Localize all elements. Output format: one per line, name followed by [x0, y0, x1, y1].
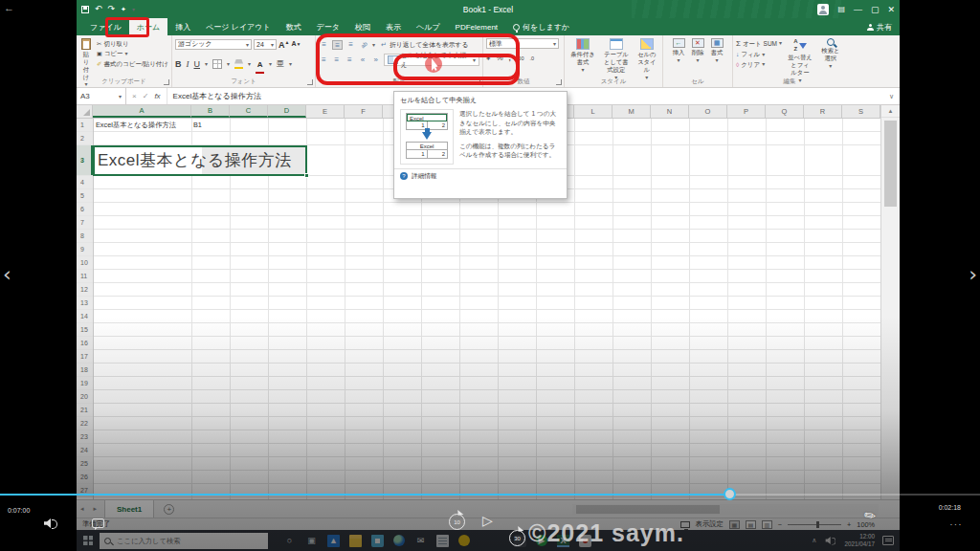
share-button[interactable]: 共有	[867, 18, 892, 35]
column-header[interactable]: R	[804, 105, 842, 118]
column-header[interactable]: P	[727, 105, 766, 118]
merge-dropdown-arrow[interactable]: ▾	[473, 56, 476, 63]
ribbon-tab[interactable]: ヘルプ	[409, 18, 448, 35]
row-header[interactable]: 16	[77, 337, 880, 350]
column-header[interactable]: O	[689, 105, 727, 118]
ribbon-tab[interactable]: PDFelement	[448, 18, 505, 35]
cortana-icon[interactable]: ○	[283, 535, 296, 547]
column-header[interactable]: E	[306, 105, 345, 118]
row-header[interactable]: 21	[77, 404, 880, 417]
edge-icon[interactable]	[393, 535, 405, 546]
mail-icon[interactable]: ✉	[414, 535, 427, 547]
yellow-app-icon[interactable]	[458, 535, 470, 546]
photos-icon[interactable]: ▲	[327, 535, 340, 547]
column-header[interactable]: B	[191, 105, 230, 118]
autosum-button[interactable]: Σオート SUM▾	[736, 39, 782, 49]
file-explorer-icon[interactable]	[349, 535, 362, 547]
tooltip-more-link[interactable]: ? 詳細情報	[394, 168, 567, 184]
font-color-icon[interactable]: A	[256, 54, 264, 74]
cell-styles-button[interactable]: セルのスタイル▾	[635, 38, 659, 81]
rewind-10-button[interactable]: 10	[449, 514, 465, 530]
orientation-icon[interactable]: ab	[357, 37, 371, 52]
copy-button[interactable]: ▣コピー▾	[97, 50, 168, 57]
vertical-scrollbar[interactable]: ▲	[880, 105, 900, 499]
format-as-table-button[interactable]: テーブルとして書式設定▾	[600, 38, 633, 81]
insert-function-icon[interactable]: fx	[154, 92, 160, 100]
row-header[interactable]: 13	[77, 297, 880, 310]
wrap-text-button[interactable]: ↵ 折り返して全体を表示する	[378, 38, 471, 51]
captions-button[interactable]	[92, 518, 104, 528]
close-button[interactable]: ✕	[887, 5, 895, 14]
task-view-icon[interactable]: ▣	[305, 535, 318, 547]
new-sheet-button[interactable]: +	[164, 504, 174, 515]
sheet-nav-arrows[interactable]: ◂ ▸	[80, 505, 100, 513]
ribbon-tab[interactable]: データ	[309, 18, 347, 35]
fill-handle[interactable]	[304, 173, 309, 178]
start-button[interactable]	[77, 530, 100, 551]
ribbon-tab[interactable]: ページ レイアウト	[198, 18, 278, 35]
cell-b1[interactable]: B1	[193, 119, 202, 132]
ribbon-tab[interactable]: 校閲	[347, 18, 378, 35]
align-middle-icon[interactable]: ≡	[332, 40, 343, 50]
row-header[interactable]: 6	[77, 203, 880, 216]
horizontal-scroll-thumb[interactable]	[576, 505, 720, 514]
name-box[interactable]: A3▾	[77, 88, 126, 104]
increase-decimal-icon[interactable]: .00	[517, 55, 524, 61]
row-header[interactable]: 10	[77, 256, 880, 270]
row-header[interactable]: 26	[77, 471, 880, 484]
ribbon-tab[interactable]: 数式	[278, 18, 309, 35]
row-header[interactable]: 19	[77, 377, 880, 390]
increase-indent-icon[interactable]: »	[370, 55, 381, 65]
minimize-button[interactable]: —	[854, 5, 862, 14]
ribbon-tab[interactable]: 挿入	[167, 18, 198, 35]
column-header[interactable]: L	[574, 105, 612, 118]
ribbon-tab[interactable]: ファイル	[82, 18, 129, 35]
ribbon-tab[interactable]: 表示	[378, 18, 409, 35]
zoom-in-icon[interactable]: +	[847, 520, 851, 529]
row-header[interactable]: 11	[77, 270, 880, 283]
row-header[interactable]: 15	[77, 323, 880, 337]
column-header[interactable]: Q	[766, 105, 804, 118]
column-header[interactable]: S	[842, 105, 880, 118]
decrease-font-icon[interactable]: A▼	[291, 39, 301, 49]
undo-icon[interactable]: ↶	[95, 5, 102, 13]
ribbon-options-icon[interactable]: ▤	[837, 5, 845, 13]
row-header[interactable]: 14	[77, 310, 880, 323]
conditional-formatting-button[interactable]: 条件付き書式▾	[568, 38, 598, 81]
row-header[interactable]: 7	[77, 216, 880, 230]
row-header[interactable]: 8	[77, 230, 880, 243]
comma-icon[interactable]: ,	[509, 54, 511, 62]
align-right-icon[interactable]: ≡	[345, 55, 355, 65]
row-header[interactable]: 17	[77, 350, 880, 364]
page-layout-view-icon[interactable]: ▤	[746, 520, 756, 529]
row-header[interactable]: 12	[77, 283, 880, 297]
vertical-scroll-thumb[interactable]	[884, 121, 897, 207]
column-header[interactable]: M	[612, 105, 651, 118]
italic-button[interactable]: I	[187, 59, 189, 69]
underline-button[interactable]: U	[194, 59, 201, 69]
tray-volume-icon[interactable]	[826, 537, 835, 544]
align-left-icon[interactable]: ≡	[319, 55, 329, 65]
increase-font-icon[interactable]: A▲	[278, 38, 289, 50]
account-avatar[interactable]	[817, 4, 829, 15]
align-bottom-icon[interactable]: ≡	[345, 40, 356, 50]
tell-me-tab[interactable]: 何をしますか	[505, 18, 577, 35]
cut-button[interactable]: ✂切り取り	[97, 40, 168, 48]
prev-video-chevron[interactable]: ‹	[3, 262, 11, 286]
back-icon[interactable]: ←	[4, 2, 14, 13]
font-dialog-launcher[interactable]	[307, 79, 313, 85]
delete-cells-button[interactable]: ✕ 削除▾	[690, 38, 706, 64]
alignment-dialog-launcher[interactable]	[475, 79, 480, 85]
customize-qat-icon[interactable]: ▾	[132, 7, 135, 12]
forward-30-button[interactable]: 30	[509, 530, 525, 546]
format-cells-button[interactable]: ▦ 書式▾	[709, 38, 725, 64]
column-header[interactable]: A	[93, 105, 191, 118]
number-dialog-launcher[interactable]	[556, 79, 562, 85]
align-top-icon[interactable]: ≡	[319, 40, 329, 50]
format-painter-button[interactable]: ✐書式のコピー/貼り付け	[97, 60, 168, 68]
phonetic-guide-icon[interactable]: 亜	[277, 58, 284, 69]
video-progress-bar[interactable]	[0, 494, 980, 496]
selected-range-a3-d3[interactable]: Excel基本となる操作方法	[93, 145, 307, 176]
column-header[interactable]: N	[651, 105, 689, 118]
touch-mode-icon[interactable]: ✦	[121, 6, 126, 12]
